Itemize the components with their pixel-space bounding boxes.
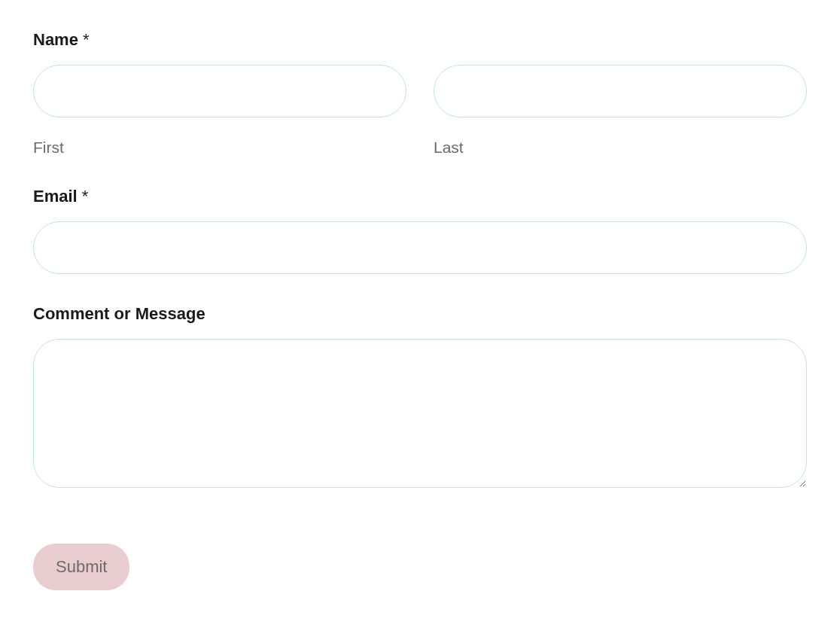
first-name-sublabel: First [33,139,406,157]
name-label: Name * [33,30,807,50]
message-label-text: Comment or Message [33,304,205,323]
message-label: Comment or Message [33,304,807,324]
submit-button[interactable]: Submit [33,544,129,590]
message-textarea[interactable] [33,339,807,488]
first-name-input[interactable] [33,65,406,117]
message-field-group: Comment or Message [33,304,807,491]
email-field-group: Email * [33,187,807,274]
name-row: First Last [33,65,807,157]
email-label-text: Email [33,187,78,206]
contact-form: Name * First Last Email * Comment or Mes… [33,30,807,590]
first-name-column: First [33,65,406,157]
email-required-mark: * [82,187,89,206]
email-label: Email * [33,187,807,206]
last-name-column: Last [434,65,807,157]
last-name-sublabel: Last [434,139,807,157]
name-field-group: Name * First Last [33,30,807,157]
email-input[interactable] [33,221,807,274]
last-name-input[interactable] [434,65,807,117]
name-required-mark: * [83,30,90,49]
name-label-text: Name [33,30,78,49]
